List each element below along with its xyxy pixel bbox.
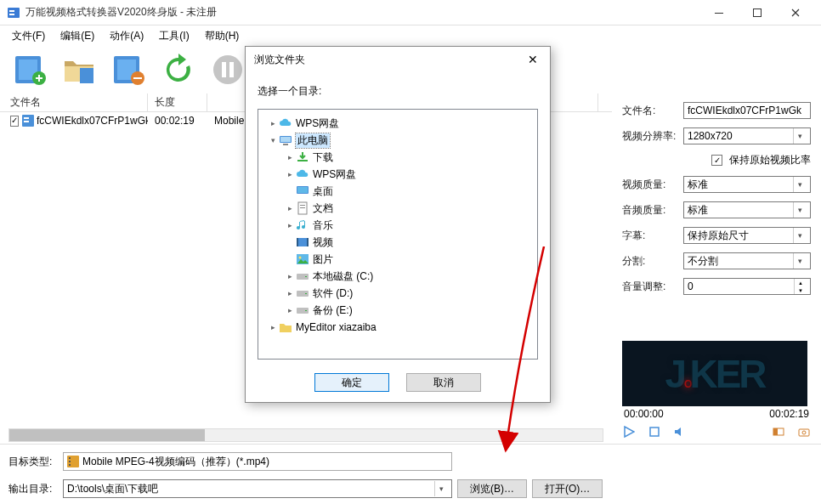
svg-rect-0 bbox=[8, 8, 20, 18]
chevron-down-icon: ▾ bbox=[793, 228, 807, 243]
row-filename: fcCWIEkdlx07CFrP1wGk... bbox=[37, 115, 148, 127]
keep-ratio-label: 保持原始视频比率 bbox=[729, 153, 811, 167]
resolution-select[interactable]: 1280x720▾ bbox=[683, 127, 811, 144]
disk-icon bbox=[296, 269, 309, 283]
svg-rect-22 bbox=[799, 429, 809, 436]
sound-icon[interactable] bbox=[673, 425, 687, 439]
expander-icon[interactable]: ▸ bbox=[284, 170, 296, 178]
dialog-cancel-button[interactable]: 取消 bbox=[406, 373, 481, 392]
video-quality-select[interactable]: 标准▾ bbox=[683, 176, 811, 193]
menu-edit[interactable]: 编辑(E) bbox=[54, 27, 101, 45]
expander-icon[interactable]: ▸ bbox=[284, 153, 296, 161]
add-folder-button[interactable] bbox=[58, 49, 102, 90]
audio-quality-select[interactable]: 标准▾ bbox=[683, 201, 811, 218]
expander-icon[interactable]: ▸ bbox=[284, 204, 296, 212]
current-time: 00:00:00 bbox=[624, 408, 664, 420]
svg-rect-39 bbox=[307, 238, 309, 246]
maximize-button[interactable] bbox=[738, 0, 776, 25]
format-icon bbox=[67, 456, 79, 467]
svg-rect-21 bbox=[773, 428, 778, 435]
tree-label: 下载 bbox=[313, 150, 333, 165]
volume-stepper[interactable]: 0▲▼ bbox=[683, 278, 811, 295]
minimize-button[interactable] bbox=[699, 0, 738, 25]
tree-node[interactable]: ▸WPS网盘 bbox=[260, 166, 535, 183]
svg-rect-25 bbox=[69, 457, 71, 459]
menu-tools[interactable]: 工具(I) bbox=[152, 27, 195, 45]
dialog-title: 浏览文件夹 bbox=[254, 53, 305, 67]
svg-rect-19 bbox=[650, 428, 659, 436]
tree-node[interactable]: ▸软件 (D:) bbox=[260, 285, 535, 302]
folder-tree[interactable]: ▸WPS网盘▾此电脑▸下载▸WPS网盘桌面▸文档▸音乐视频图片▸本地磁盘 (C:… bbox=[258, 109, 538, 360]
expander-icon[interactable]: ▸ bbox=[284, 306, 296, 314]
play-icon[interactable] bbox=[622, 425, 636, 439]
pause-button[interactable] bbox=[206, 49, 250, 90]
desktop-icon bbox=[296, 184, 309, 198]
tree-node[interactable]: ▸本地磁盘 (C:) bbox=[260, 268, 535, 285]
tree-label: WPS网盘 bbox=[296, 116, 339, 131]
svg-point-23 bbox=[802, 431, 806, 434]
tree-label: 软件 (D:) bbox=[313, 286, 353, 301]
expander-icon[interactable]: ▸ bbox=[284, 289, 296, 297]
expander-icon[interactable]: ▾ bbox=[267, 136, 279, 144]
expander-icon[interactable]: ▸ bbox=[267, 119, 279, 127]
folder-icon bbox=[279, 320, 292, 334]
tree-node[interactable]: ▸下载 bbox=[260, 149, 535, 166]
horizontal-scrollbar[interactable] bbox=[8, 428, 603, 442]
filename-field[interactable]: fcCWIEkdlx07CFrP1wGk bbox=[683, 102, 811, 119]
keep-ratio-checkbox[interactable]: ✓ bbox=[711, 155, 722, 166]
split-select[interactable]: 不分割▾ bbox=[683, 252, 811, 269]
expander-icon[interactable]: ▸ bbox=[284, 272, 296, 280]
output-dir-select[interactable]: D:\tools\桌面\下载吧▾ bbox=[63, 479, 452, 498]
snapshot-icon[interactable] bbox=[797, 425, 811, 439]
tree-node[interactable]: ▸MyEditor xiazaiba bbox=[260, 319, 535, 336]
subtitle-select[interactable]: 保持原始尺寸▾ bbox=[683, 227, 811, 244]
browse-button[interactable]: 浏览(B)… bbox=[457, 479, 527, 498]
menu-file[interactable]: 文件(F) bbox=[5, 27, 52, 45]
cloud-icon bbox=[296, 167, 309, 181]
bottom-panel: 目标类型: Mobile MPEG-4视频编码（推荐）(*.mp4) 输出目录:… bbox=[0, 446, 821, 504]
total-time: 00:02:19 bbox=[769, 408, 809, 420]
open-button[interactable]: 打开(O)… bbox=[532, 479, 603, 498]
chevron-down-icon: ▾ bbox=[793, 128, 807, 144]
target-type-field[interactable]: Mobile MPEG-4视频编码（推荐）(*.mp4) bbox=[63, 452, 452, 471]
menubar: 文件(F) 编辑(E) 动作(A) 工具(I) 帮助(H) bbox=[0, 25, 821, 46]
step-up-icon[interactable]: ▲ bbox=[795, 279, 807, 286]
tree-node[interactable]: 视频 bbox=[260, 234, 535, 251]
tree-node[interactable]: ▸WPS网盘 bbox=[260, 115, 535, 132]
video-preview: JOKER bbox=[622, 341, 807, 406]
stop-icon[interactable] bbox=[648, 425, 661, 439]
target-type-label: 目标类型: bbox=[8, 455, 58, 469]
titlebar: 万能视频格式转换器V2020终身版 - 未注册 bbox=[0, 0, 821, 25]
tree-node[interactable]: ▸音乐 bbox=[260, 217, 535, 234]
step-down-icon[interactable]: ▼ bbox=[795, 286, 807, 294]
tree-node[interactable]: 桌面 bbox=[260, 183, 535, 200]
add-file-button[interactable] bbox=[8, 49, 53, 90]
tree-label: 文档 bbox=[313, 201, 333, 216]
dialog-ok-button[interactable]: 确定 bbox=[314, 373, 389, 392]
row-length: 00:02:19 bbox=[148, 115, 207, 127]
browse-folder-dialog: 浏览文件夹 ✕ 选择一个目录: ▸WPS网盘▾此电脑▸下载▸WPS网盘桌面▸文档… bbox=[245, 46, 551, 403]
menu-help[interactable]: 帮助(H) bbox=[198, 27, 246, 45]
tree-label: 此电脑 bbox=[296, 133, 330, 148]
tree-node[interactable]: ▸文档 bbox=[260, 200, 535, 217]
col-length[interactable]: 长度 bbox=[148, 93, 207, 111]
tree-node[interactable]: 图片 bbox=[260, 251, 535, 268]
tree-node[interactable]: ▾此电脑 bbox=[260, 132, 535, 149]
svg-rect-2 bbox=[9, 14, 14, 15]
file-icon bbox=[22, 115, 34, 127]
menu-action[interactable]: 动作(A) bbox=[103, 27, 150, 45]
close-button[interactable] bbox=[776, 0, 814, 25]
pc-icon bbox=[279, 133, 292, 147]
expander-icon[interactable]: ▸ bbox=[284, 221, 296, 229]
convert-button[interactable] bbox=[156, 49, 201, 90]
row-checkbox[interactable]: ✓ bbox=[10, 116, 19, 127]
tree-node[interactable]: ▸备份 (E:) bbox=[260, 302, 535, 319]
svg-rect-30 bbox=[283, 144, 288, 145]
dialog-close-button[interactable]: ✕ bbox=[524, 51, 541, 68]
chevron-down-icon: ▾ bbox=[793, 177, 807, 192]
trim-icon[interactable] bbox=[772, 425, 785, 439]
pic-icon bbox=[296, 252, 309, 266]
remove-file-button[interactable] bbox=[107, 49, 151, 90]
expander-icon[interactable]: ▸ bbox=[267, 323, 279, 331]
col-filename[interactable]: 文件名 bbox=[3, 93, 148, 111]
